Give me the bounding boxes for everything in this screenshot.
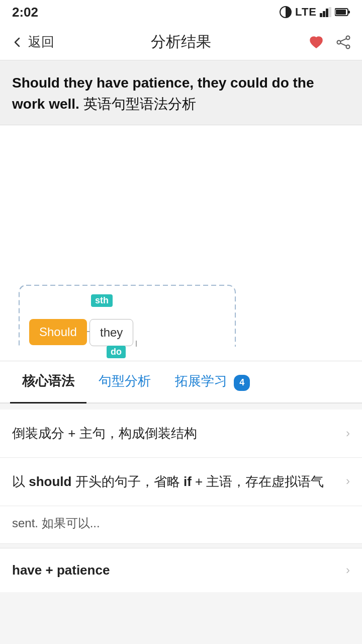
list-section: 倒装成分 + 主句，构成倒装结构 › 以 should 开头的句子，省略 if … xyxy=(0,410,362,544)
sentence-suffix: 英语句型语法分析 xyxy=(83,96,196,112)
lte-icon: LTE xyxy=(295,6,317,19)
svg-rect-6 xyxy=(348,11,350,14)
tag-do: do xyxy=(107,346,126,358)
tag-sth-1: sth xyxy=(91,294,113,307)
chevron-icon-1: › xyxy=(346,426,350,440)
svg-point-8 xyxy=(346,36,350,39)
list-item-2-text: 以 should 开头的句子，省略 if + 主语，存在虚拟语气 xyxy=(12,472,340,492)
status-icons: LTE xyxy=(279,6,350,19)
tab-core[interactable]: 核心语法 xyxy=(10,361,86,404)
sub-item-1-text: sent. 如果可以... xyxy=(12,516,100,530)
bottom-card[interactable]: have + patience › xyxy=(0,548,362,592)
signal-icon xyxy=(320,7,332,17)
sub-item-1: sent. 如果可以... xyxy=(0,506,362,544)
back-arrow-icon xyxy=(10,35,24,49)
svg-rect-7 xyxy=(336,10,346,15)
battery-icon xyxy=(335,8,350,17)
list-item-1[interactable]: 倒装成分 + 主句，构成倒装结构 › xyxy=(0,410,362,458)
nav-title: 分析结果 xyxy=(151,32,211,52)
svg-rect-3 xyxy=(326,9,328,17)
svg-rect-2 xyxy=(323,11,325,17)
node-should: Should xyxy=(29,319,87,345)
diagram-area: sth Should they do sth have patience , w… xyxy=(0,125,362,361)
svg-line-12 xyxy=(340,43,346,45)
node-they1: they xyxy=(89,319,133,346)
tabs: 核心语法 句型分析 拓展学习 4 xyxy=(0,361,362,404)
back-label: 返回 xyxy=(28,33,54,51)
share-icon[interactable] xyxy=(335,34,352,51)
circle-half-icon xyxy=(279,6,292,19)
svg-point-10 xyxy=(346,45,350,48)
svg-rect-4 xyxy=(329,7,331,17)
nav-actions xyxy=(308,34,352,51)
svg-point-9 xyxy=(337,40,341,44)
tab-expand-badge: 4 xyxy=(234,375,250,391)
list-item-1-text: 倒装成分 + 主句，构成倒装结构 xyxy=(12,424,340,443)
list-item-2[interactable]: 以 should 开头的句子，省略 if + 主语，存在虚拟语气 › xyxy=(0,458,362,506)
svg-rect-1 xyxy=(320,13,322,17)
chevron-icon-2: › xyxy=(346,474,350,488)
status-bar: 2:02 LTE xyxy=(0,0,362,24)
favorite-icon[interactable] xyxy=(308,34,325,51)
sentence-header: Should they have patience, they could do… xyxy=(0,60,362,125)
back-button[interactable]: 返回 xyxy=(10,33,54,51)
tab-expand[interactable]: 拓展学习 4 xyxy=(163,361,262,404)
svg-line-11 xyxy=(340,38,346,41)
diagram-container: sth Should they do sth have patience , w… xyxy=(8,135,354,347)
top-nav: 返回 分析结果 xyxy=(0,24,362,60)
status-time: 2:02 xyxy=(12,5,38,20)
chevron-icon-3: › xyxy=(346,563,350,577)
bottom-card-text: have + patience xyxy=(12,562,110,578)
tab-sentence[interactable]: 句型分析 xyxy=(86,361,163,404)
diagram-svg xyxy=(8,135,354,347)
